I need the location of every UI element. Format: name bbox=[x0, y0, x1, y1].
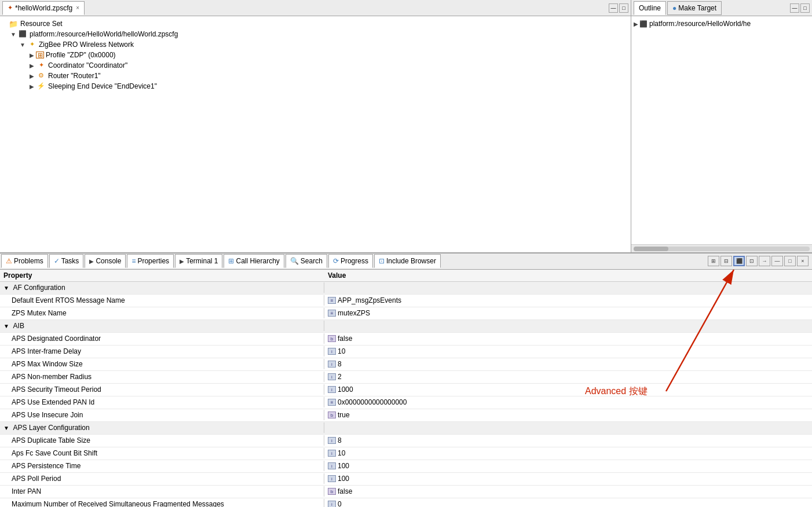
tree-router-label: Router "Router1" bbox=[48, 72, 101, 80]
tree-zigbee-arrow: ▼ bbox=[19, 42, 27, 48]
right-tree-arrow: ▶ bbox=[634, 21, 638, 27]
tree-zigbee-item[interactable]: ▼ ✦ ZigBee PRO Wireless Network bbox=[0, 39, 631, 50]
properties-icon: ≡ bbox=[131, 257, 136, 265]
af-config-arrow: ▼ bbox=[3, 285, 9, 291]
close-view-btn[interactable]: × bbox=[797, 256, 809, 266]
progress-icon: ⟳ bbox=[333, 257, 339, 265]
includebrowser-icon: ⊡ bbox=[379, 257, 385, 265]
row-aps-nonmember[interactable]: APS Non-member Radius i 2 bbox=[0, 371, 812, 384]
row-default-event[interactable]: Default Event RTOS Message Name ≡ APP_ms… bbox=[0, 295, 812, 307]
minimize-view-btn[interactable]: — bbox=[771, 256, 783, 266]
int-icon-7: i bbox=[328, 462, 336, 469]
row-aps-poll[interactable]: APS Poll Period i 100 bbox=[0, 473, 812, 486]
aps-poll-prop: APS Poll Period bbox=[0, 473, 324, 484]
row-max-frag[interactable]: Maximum Number of Received Simultaneous … bbox=[0, 498, 812, 507]
section-aib[interactable]: ▼ AIB bbox=[0, 320, 812, 333]
row-aps-fc[interactable]: Aps Fc Save Count Bit Shift i 10 bbox=[0, 447, 812, 460]
tab-console[interactable]: ▶ Console bbox=[85, 254, 126, 268]
tree-router-item[interactable]: ▶ ⚙ Router "Router1" bbox=[0, 71, 631, 81]
bottom-panel-wrapper: ⚠ Problems ✓ Tasks ▶ Console ≡ Propertie… bbox=[0, 252, 812, 507]
tab-search[interactable]: 🔍 Search bbox=[286, 254, 327, 268]
aps-coord-prop: APS Designated Coordinator bbox=[0, 333, 324, 344]
bottom-tab-bar: ⚠ Problems ✓ Tasks ▶ Console ≡ Propertie… bbox=[0, 254, 812, 270]
props-header: Property Value bbox=[0, 270, 812, 282]
row-aps-dup[interactable]: APS Duplicate Table Size i 8 bbox=[0, 435, 812, 447]
af-config-value bbox=[324, 286, 812, 289]
section-af-config[interactable]: ▼ AF Configuration bbox=[0, 282, 812, 295]
outline-scrollbar-thumb bbox=[634, 247, 668, 251]
left-tab-close[interactable]: × bbox=[76, 5, 79, 11]
aps-persist-value: i 100 bbox=[324, 461, 812, 471]
problems-label: Problems bbox=[14, 257, 43, 265]
row-aps-interframe[interactable]: APS Inter-frame Delay i 10 bbox=[0, 346, 812, 358]
right-maximize-btn[interactable]: □ bbox=[800, 3, 810, 13]
tab-terminal[interactable]: ▶ Terminal 1 bbox=[175, 254, 222, 268]
row-aps-insecure[interactable]: APS Use Insecure Join b true bbox=[0, 409, 812, 422]
tab-problems[interactable]: ⚠ Problems bbox=[1, 254, 48, 268]
new-console-btn[interactable]: ⊞ bbox=[708, 256, 719, 266]
advanced-btn[interactable]: ⬛ bbox=[733, 256, 745, 266]
tree-coordinator-item[interactable]: ▶ ✦ Coordinator "Coordinator" bbox=[0, 60, 631, 71]
row-aps-coord[interactable]: APS Designated Coordinator b false bbox=[0, 333, 812, 346]
zigbee-icon: ✦ bbox=[27, 41, 37, 49]
tasks-icon: ✓ bbox=[54, 257, 60, 265]
maximize-view-btn[interactable]: □ bbox=[784, 256, 796, 266]
int-icon-5: i bbox=[328, 437, 336, 444]
make-target-tab[interactable]: ● Make Target bbox=[667, 1, 722, 15]
properties-table: Property Value ▼ AF Configuration Defaul… bbox=[0, 270, 812, 507]
tree-root-label: Resource Set bbox=[20, 20, 63, 28]
left-panel: ✦ *helloWorld.zpscfg × — □ 📁 Resource Se… bbox=[0, 0, 631, 252]
tree-profile-item[interactable]: ▶ ⊞ Profile "ZDP" (0x0000) bbox=[0, 50, 631, 60]
includebrowser-label: Include Browser bbox=[386, 257, 436, 265]
aps-extpan-value: ≡ 0x0000000000000000 bbox=[324, 397, 812, 407]
outline-scrollbar[interactable] bbox=[631, 244, 812, 252]
tree-sleepdev-item[interactable]: ▶ ⚡ Sleeping End Device "EndDevice1" bbox=[0, 81, 631, 91]
top-area: ✦ *helloWorld.zpscfg × — □ 📁 Resource Se… bbox=[0, 0, 812, 252]
bool-icon-3: b bbox=[328, 488, 336, 495]
row-aps-extpan[interactable]: APS Use Extended PAN Id ≡ 0x000000000000… bbox=[0, 396, 812, 409]
aps-fc-prop: Aps Fc Save Count Bit Shift bbox=[0, 448, 324, 458]
left-tab-helloworld[interactable]: ✦ *helloWorld.zpscfg × bbox=[2, 1, 85, 15]
profile-icon: ⊞ bbox=[36, 52, 44, 58]
tab-includebrowser[interactable]: ⊡ Include Browser bbox=[374, 254, 441, 268]
callhierarchy-icon: ⊞ bbox=[228, 257, 234, 265]
outline-tab[interactable]: Outline bbox=[634, 1, 666, 15]
tree-root[interactable]: 📁 Resource Set bbox=[0, 19, 631, 29]
bottom-tab-buttons: ⊞ ⊟ ⬛ ⊡ → — □ × bbox=[708, 256, 811, 266]
left-tab-bar-buttons: — □ bbox=[609, 3, 628, 13]
tab-tasks[interactable]: ✓ Tasks bbox=[49, 254, 84, 268]
outline-scrollbar-track bbox=[634, 247, 810, 251]
tab-callhierarchy[interactable]: ⊞ Call Hierarchy bbox=[224, 254, 284, 268]
row-aps-maxwindow[interactable]: APS Max Window Size i 8 bbox=[0, 358, 812, 371]
aps-security-value: i 1000 bbox=[324, 384, 812, 395]
pin-btn[interactable]: → bbox=[759, 256, 770, 266]
right-tree-platform[interactable]: ▶ ⬛ platform:/resource/HelloWorld/he bbox=[634, 19, 810, 29]
make-target-icon: ● bbox=[672, 4, 676, 12]
left-maximize-btn[interactable]: □ bbox=[619, 3, 628, 13]
tasks-label: Tasks bbox=[61, 257, 79, 265]
tree-platform-item[interactable]: ▼ ⬛ platform:/resource/HelloWorld/helloW… bbox=[0, 29, 631, 39]
row-zps-mutex[interactable]: ZPS Mutex Name ≡ mutexZPS bbox=[0, 307, 812, 320]
aps-interframe-prop: APS Inter-frame Delay bbox=[0, 346, 324, 357]
aps-maxwindow-prop: APS Max Window Size bbox=[0, 359, 324, 369]
int-icon-1: i bbox=[328, 348, 336, 355]
props-col-value: Value bbox=[328, 271, 809, 280]
tab-properties[interactable]: ≡ Properties bbox=[127, 254, 174, 268]
columns-btn[interactable]: ⊟ bbox=[720, 256, 732, 266]
search-icon: 🔍 bbox=[290, 257, 299, 265]
outline-tab-label: Outline bbox=[639, 4, 661, 12]
right-minimize-btn[interactable]: — bbox=[790, 3, 799, 13]
main-container: ✦ *helloWorld.zpscfg × — □ 📁 Resource Se… bbox=[0, 0, 812, 507]
search-label: Search bbox=[301, 257, 323, 265]
terminal-icon: ▶ bbox=[180, 258, 184, 264]
row-inter-pan[interactable]: Inter PAN b false bbox=[0, 486, 812, 498]
tab-progress[interactable]: ⟳ Progress bbox=[328, 254, 373, 268]
aps-maxwindow-value: i 8 bbox=[324, 359, 812, 369]
row-aps-persist[interactable]: APS Persistence Time i 100 bbox=[0, 460, 812, 473]
left-minimize-btn[interactable]: — bbox=[609, 3, 618, 13]
right-tree-label: platform:/resource/HelloWorld/he bbox=[649, 20, 751, 28]
row-aps-security[interactable]: APS Security Timeout Period i 1000 bbox=[0, 384, 812, 396]
section-aps-layer[interactable]: ▼ APS Layer Configuration bbox=[0, 422, 812, 435]
filter-btn[interactable]: ⊡ bbox=[746, 256, 758, 266]
int-icon-2: i bbox=[328, 361, 336, 368]
